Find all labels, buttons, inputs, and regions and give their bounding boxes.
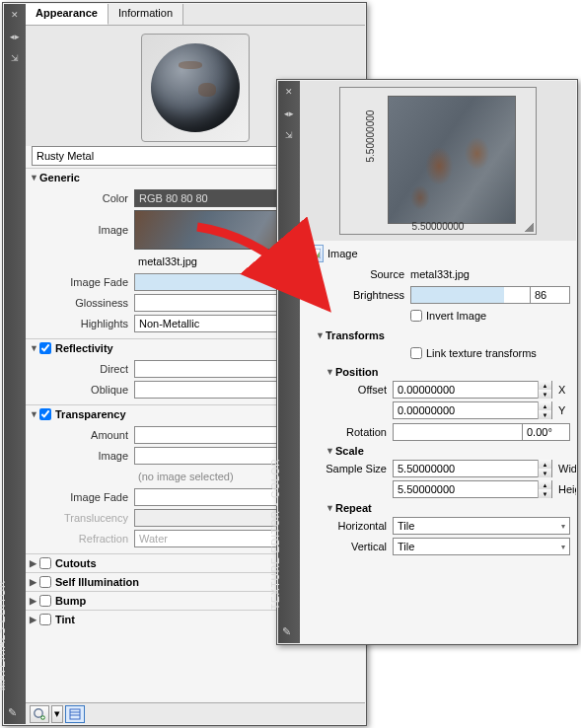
texture-content: 5.50000000 5.50000000 Image Sourcemetal3… xyxy=(300,81,576,643)
tint-checkbox[interactable] xyxy=(39,614,51,625)
svg-rect-2 xyxy=(70,709,80,719)
brightness-value[interactable]: 86 xyxy=(531,286,570,304)
list-view-button[interactable] xyxy=(65,705,85,723)
material-preview[interactable] xyxy=(141,34,250,142)
sidebar-title: MATERIALS EDITOR xyxy=(0,580,7,691)
brightness-slider[interactable] xyxy=(410,286,531,304)
image-header: Image xyxy=(306,244,570,263)
tab-bar: Appearance Information xyxy=(26,4,365,26)
vertical-dropdown[interactable]: Tile xyxy=(393,538,570,555)
svg-point-0 xyxy=(35,708,42,716)
width-input[interactable]: ▲▼ xyxy=(393,460,552,477)
rotation-slider[interactable] xyxy=(393,423,523,441)
sidebar-title: TEXTURE EDITOR - COLOR xyxy=(270,459,281,611)
section-transforms[interactable]: ▼Transforms xyxy=(306,327,570,342)
collapse-icon[interactable]: ◂▸ xyxy=(8,30,22,43)
source-value[interactable]: metal33t.jpg xyxy=(410,268,470,280)
section-position[interactable]: ▼Position xyxy=(306,364,570,379)
section-scale[interactable]: ▼Scale xyxy=(306,443,570,458)
resize-grip-icon[interactable] xyxy=(524,222,534,232)
texture-preview[interactable]: 5.50000000 5.50000000 xyxy=(339,87,537,235)
bump-checkbox[interactable] xyxy=(39,595,51,607)
tab-appearance[interactable]: Appearance xyxy=(26,4,109,25)
texture-editor-panel: ✕ ◂▸ ⇲ TEXTURE EDITOR - COLOR ✎ 5.500000… xyxy=(276,79,578,645)
transparency-checkbox[interactable] xyxy=(39,408,51,420)
offset-y-input[interactable]: ▲▼ xyxy=(393,401,552,419)
image-icon xyxy=(306,245,324,262)
invert-checkbox[interactable] xyxy=(410,310,422,322)
close-icon[interactable]: ✕ xyxy=(8,8,22,22)
expand-icon[interactable]: ⇲ xyxy=(282,128,296,142)
close-icon[interactable]: ✕ xyxy=(282,85,296,99)
svg-point-7 xyxy=(311,251,313,253)
link-transforms-checkbox[interactable] xyxy=(410,347,422,359)
picker-icon[interactable]: ✎ xyxy=(282,625,296,639)
offset-x-input[interactable]: ▲▼ xyxy=(393,381,552,399)
materials-sidebar: ✕ ◂▸ ⇲ MATERIALS EDITOR ✎ xyxy=(4,4,26,724)
axis-y-label: 5.50000000 xyxy=(365,110,376,163)
expand-icon[interactable]: ⇲ xyxy=(8,51,22,65)
dropdown-button[interactable]: ▾ xyxy=(51,705,63,723)
picker-icon[interactable]: ✎ xyxy=(8,706,22,720)
rotation-value[interactable]: 0.00° xyxy=(523,423,570,441)
add-material-button[interactable] xyxy=(30,705,49,723)
texture-sidebar: ✕ ◂▸ ⇲ TEXTURE EDITOR - COLOR ✎ xyxy=(278,81,300,643)
bottom-toolbar: ▾ xyxy=(26,702,365,724)
section-repeat[interactable]: ▼Repeat xyxy=(306,500,570,515)
collapse-icon[interactable]: ◂▸ xyxy=(282,107,296,120)
cutouts-checkbox[interactable] xyxy=(39,557,51,569)
horizontal-dropdown[interactable]: Tile xyxy=(393,517,570,535)
tab-information[interactable]: Information xyxy=(109,4,183,25)
axis-x-label: 5.50000000 xyxy=(340,221,536,232)
texture-preview-area: 5.50000000 5.50000000 xyxy=(300,81,576,241)
height-input[interactable]: ▲▼ xyxy=(393,480,552,498)
reflectivity-checkbox[interactable] xyxy=(39,342,51,354)
selfillum-checkbox[interactable] xyxy=(39,576,51,588)
